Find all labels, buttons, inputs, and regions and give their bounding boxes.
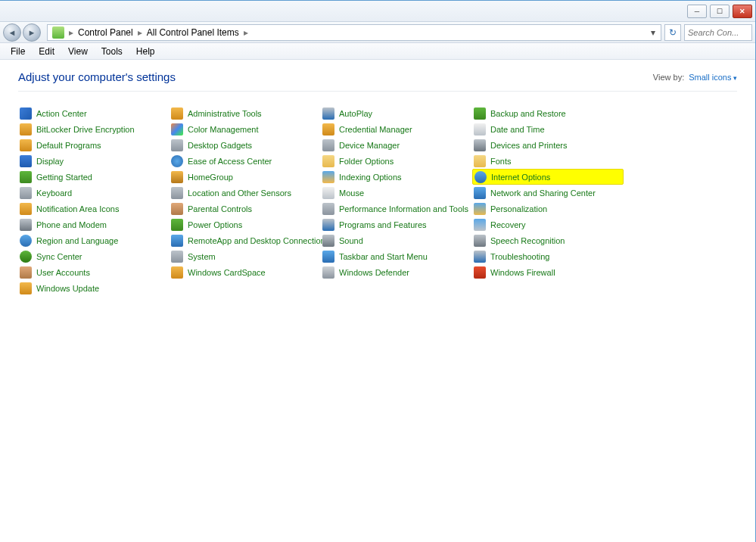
cp-item-region-and-language[interactable]: Region and Language (18, 232, 170, 248)
power-icon (171, 219, 183, 231)
cp-item-label: Backup and Restore (490, 109, 566, 118)
cp-item-devices-and-printers[interactable]: Devices and Printers (472, 137, 624, 153)
cp-item-color-management[interactable]: Color Management (170, 121, 321, 137)
cp-item-fonts[interactable]: Fonts (472, 153, 624, 169)
cp-item-troubleshooting[interactable]: Troubleshooting (472, 248, 624, 264)
cp-item-network-and-sharing-center[interactable]: Network and Sharing Center (472, 185, 624, 201)
breadcrumb[interactable]: ▸ Control Panel ▸ All Control Panel Item… (47, 24, 661, 41)
phone-icon (20, 219, 32, 231)
star-icon (20, 139, 32, 151)
cp-item-bitlocker-drive-encryption[interactable]: BitLocker Drive Encryption (18, 121, 170, 137)
titlebar: ─ ☐ ✕ (0, 1, 755, 22)
breadcrumb-sep[interactable]: ▸ (242, 27, 250, 38)
nav-buttons: ◄ ► (3, 23, 41, 42)
menu-help[interactable]: Help (130, 45, 161, 58)
cp-item-label: Speech Recognition (490, 236, 565, 245)
cp-item-label: Action Center (36, 109, 87, 118)
cp-item-performance-information-and-tools[interactable]: Performance Information and Tools (321, 201, 472, 216)
cp-item-windows-cardspace[interactable]: Windows CardSpace (170, 264, 321, 280)
back-button[interactable]: ◄ (3, 23, 21, 42)
cp-item-mouse[interactable]: Mouse (321, 185, 472, 201)
cp-item-indexing-options[interactable]: Indexing Options (321, 169, 472, 185)
cp-item-label: Notification Area Icons (36, 204, 119, 213)
cp-item-default-programs[interactable]: Default Programs (18, 137, 170, 153)
cp-item-label: Windows CardSpace (188, 268, 266, 277)
cp-item-personalization[interactable]: Personalization (472, 201, 624, 216)
cp-item-remoteapp-and-desktop-connections[interactable]: RemoteApp and Desktop Connections (170, 232, 321, 248)
cp-item-autoplay[interactable]: AutoPlay (321, 105, 472, 121)
cp-item-label: Fonts (490, 157, 512, 166)
card-icon (171, 266, 183, 279)
cp-item-label: Windows Update (36, 284, 99, 293)
cp-item-label: Sound (339, 236, 363, 245)
cp-item-system[interactable]: System (170, 248, 321, 264)
breadcrumb-item[interactable]: All Control Panel Items (144, 27, 242, 38)
cp-item-getting-started[interactable]: Getting Started (18, 169, 170, 185)
cp-item-windows-defender[interactable]: Windows Defender (321, 264, 472, 280)
cp-item-windows-update[interactable]: Windows Update (18, 280, 170, 296)
breadcrumb-item[interactable]: Control Panel (75, 27, 136, 38)
cp-item-label: Internet Options (491, 173, 550, 182)
breadcrumb-sep[interactable]: ▸ (67, 27, 75, 38)
cp-item-backup-and-restore[interactable]: Backup and Restore (472, 105, 624, 121)
cp-item-user-accounts[interactable]: User Accounts (18, 264, 170, 280)
menu-file[interactable]: File (5, 45, 31, 58)
backup-icon (474, 107, 486, 120)
cp-item-parental-controls[interactable]: Parental Controls (170, 201, 321, 216)
cp-item-location-and-other-sensors[interactable]: Location and Other Sensors (170, 185, 321, 201)
cp-item-label: Personalization (490, 204, 547, 213)
cp-item-keyboard[interactable]: Keyboard (18, 185, 170, 201)
cp-item-notification-area-icons[interactable]: Notification Area Icons (18, 201, 170, 216)
cp-item-label: System (188, 252, 216, 261)
breadcrumb-sep[interactable]: ▸ (136, 27, 144, 38)
cp-item-label: Ease of Access Center (188, 157, 272, 166)
gadget-icon (171, 139, 183, 151)
control-panel-icon (52, 26, 64, 39)
search-input[interactable] (684, 24, 752, 41)
cp-item-action-center[interactable]: Action Center (18, 105, 170, 121)
cp-item-recovery[interactable]: Recovery (472, 216, 624, 232)
cp-item-credential-manager[interactable]: Credential Manager (321, 121, 472, 137)
cp-item-device-manager[interactable]: Device Manager (321, 137, 472, 153)
cp-item-speech-recognition[interactable]: Speech Recognition (472, 232, 624, 248)
system-icon (171, 251, 183, 263)
minimize-button[interactable]: ─ (687, 5, 707, 18)
book-icon (20, 171, 32, 183)
cp-item-phone-and-modem[interactable]: Phone and Modem (18, 216, 170, 232)
cp-item-label: Windows Defender (339, 268, 409, 277)
internet-icon (474, 171, 487, 183)
cp-item-ease-of-access-center[interactable]: Ease of Access Center (170, 153, 321, 169)
taskbar-icon (322, 251, 334, 263)
refresh-button[interactable]: ↻ (664, 24, 681, 41)
cp-item-folder-options[interactable]: Folder Options (321, 153, 472, 169)
menu-edit[interactable]: Edit (33, 45, 61, 58)
heading-row: Adjust your computer's settings View by:… (18, 70, 737, 92)
view-by-label: View by: (653, 73, 684, 82)
breadcrumb-dropdown[interactable]: ▾ (647, 27, 659, 38)
cp-item-power-options[interactable]: Power Options (170, 216, 321, 232)
cp-item-internet-options[interactable]: Internet Options (472, 169, 624, 185)
menu-tools[interactable]: Tools (95, 45, 129, 58)
cp-item-display[interactable]: Display (18, 153, 170, 169)
date-icon (474, 123, 486, 136)
cp-item-taskbar-and-start-menu[interactable]: Taskbar and Start Menu (321, 248, 472, 264)
cp-item-label: Getting Started (36, 173, 92, 182)
flag-icon (20, 107, 32, 120)
cp-item-windows-firewall[interactable]: Windows Firewall (472, 264, 624, 280)
close-button[interactable]: ✕ (733, 5, 752, 18)
view-by-dropdown[interactable]: Small icons (689, 73, 737, 82)
mouse-icon (322, 187, 334, 199)
menu-view[interactable]: View (62, 45, 94, 58)
cp-item-programs-and-features[interactable]: Programs and Features (321, 216, 472, 232)
forward-button[interactable]: ► (23, 23, 41, 42)
maximize-button[interactable]: ☐ (710, 5, 730, 18)
lock-icon (20, 123, 32, 136)
cp-item-date-and-time[interactable]: Date and Time (472, 121, 624, 137)
cp-item-administrative-tools[interactable]: Administrative Tools (170, 105, 321, 121)
cp-item-sound[interactable]: Sound (321, 232, 472, 248)
cp-item-sync-center[interactable]: Sync Center (18, 248, 170, 264)
cp-item-homegroup[interactable]: HomeGroup (170, 169, 321, 185)
parental-icon (171, 203, 183, 215)
cp-item-desktop-gadgets[interactable]: Desktop Gadgets (170, 137, 321, 153)
view-by: View by: Small icons (653, 73, 737, 82)
